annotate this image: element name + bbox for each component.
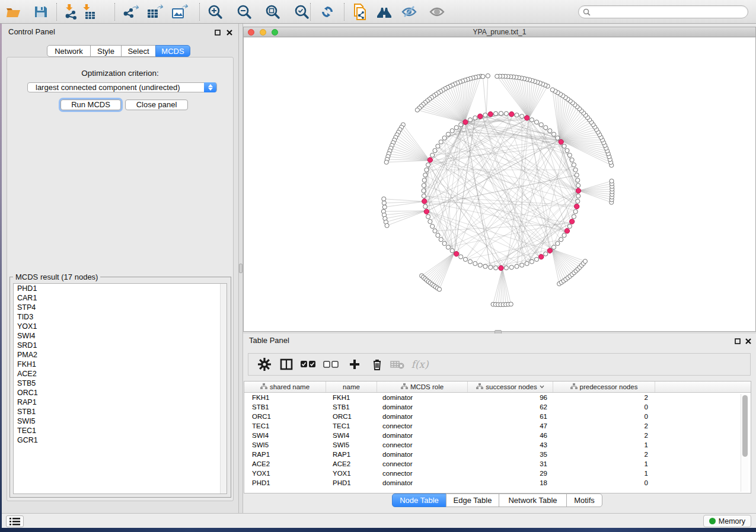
graph-node[interactable] [422,188,426,193]
graph-node-dominator[interactable] [478,114,483,118]
refresh-icon[interactable] [317,2,337,22]
column-header-MCDS-role[interactable]: MCDS role [377,382,468,392]
mcds-result-node[interactable]: PMA2 [14,350,227,360]
graph-node-dominator[interactable] [509,112,514,117]
mcds-result-node[interactable]: SRD1 [14,341,227,350]
graph-node[interactable] [529,118,534,122]
graph-node[interactable] [562,144,566,148]
graph-node-leaf[interactable] [382,205,387,209]
graph-node[interactable] [520,263,524,267]
graph-node-dominator[interactable] [539,254,544,259]
graph-node[interactable] [422,183,426,187]
tab-mcds[interactable]: MCDS [155,45,190,57]
column-header-successor-nodes[interactable]: successor nodes [468,382,553,392]
import-table-icon[interactable] [79,2,99,22]
graph-node[interactable] [446,245,450,249]
graph-node[interactable] [539,123,543,127]
graph-node[interactable] [544,252,548,256]
graph-node-leaf[interactable] [384,160,388,164]
mcds-result-list[interactable]: PHD1CAR1STP4TID3YOX1SWI4SRD1PMA2FKH1ACE2… [13,283,227,494]
graph-node[interactable] [504,111,508,116]
save-session-icon[interactable] [31,2,51,22]
table-scrollbar[interactable] [741,394,748,492]
graph-node[interactable] [567,224,572,228]
graph-node[interactable] [430,153,435,157]
graph-node[interactable] [494,266,498,270]
graph-node[interactable] [433,149,437,153]
graph-node-leaf[interactable] [385,223,389,227]
table-settings-gear-icon[interactable] [254,354,275,375]
graph-node-leaf[interactable] [495,74,499,78]
graph-node[interactable] [573,210,578,214]
mcds-result-node[interactable]: ORC1 [14,388,227,398]
graph-node[interactable] [573,168,578,172]
graph-node[interactable] [534,120,538,124]
criterion-select[interactable]: largest connected component (undirected) [27,82,217,92]
graph-node[interactable] [551,245,556,249]
graph-node-leaf[interactable] [382,201,386,205]
graph-node-leaf[interactable] [509,302,513,306]
graph-node[interactable] [439,238,443,242]
graph-node[interactable] [463,257,467,261]
close-panel-icon[interactable] [225,28,233,36]
table-row[interactable]: TEC1TEC1connector472 [244,421,751,431]
close-panel-icon[interactable] [744,337,752,345]
graph-node[interactable] [570,158,574,162]
graph-node[interactable] [428,219,432,223]
tab-edge-table[interactable]: Edge Table [446,493,499,507]
graph-node[interactable] [478,263,482,267]
graph-node-dominator[interactable] [547,248,552,253]
mcds-result-node[interactable]: ACE2 [14,369,227,379]
graph-node[interactable] [534,257,538,261]
graph-node[interactable] [483,264,487,268]
graph-node[interactable] [576,194,580,198]
graph-node[interactable] [548,129,552,133]
network-graph[interactable] [244,37,755,331]
graph-node[interactable] [426,163,430,167]
graph-node[interactable] [559,238,563,242]
search-field[interactable] [578,5,748,18]
function-builder-icon[interactable]: f(x) [410,354,430,375]
graph-node[interactable] [489,265,493,270]
graph-node-dominator[interactable] [428,158,432,162]
graph-node-dominator[interactable] [569,219,574,224]
graph-node-dominator[interactable] [559,139,563,144]
import-network-icon[interactable] [61,2,81,22]
mcds-result-node[interactable]: CAR1 [14,293,227,303]
memory-button[interactable]: Memory [703,515,751,527]
create-column-icon[interactable] [344,354,365,375]
scrollbar-thumb[interactable] [742,395,748,457]
graph-node[interactable] [509,265,513,270]
network-canvas[interactable] [244,37,755,331]
graph-node[interactable] [450,249,454,253]
graph-node-leaf[interactable] [610,179,614,183]
export-image-icon[interactable] [170,2,190,22]
graph-node-leaf[interactable] [481,75,485,79]
show-graphics-icon[interactable] [427,2,447,22]
graph-node[interactable] [499,111,503,116]
graph-node[interactable] [556,136,560,140]
splitter-handle[interactable] [239,264,243,273]
result-scrollbar[interactable] [220,284,227,493]
mcds-result-node[interactable]: GCR1 [14,435,227,445]
graph-node[interactable] [422,178,426,182]
float-window-icon[interactable] [733,337,741,345]
mcds-result-node[interactable]: STB5 [14,379,227,388]
graph-node[interactable] [423,204,428,209]
graph-node[interactable] [454,126,458,130]
graph-node-dominator[interactable] [422,199,427,204]
graph-node-dominator[interactable] [463,120,468,124]
open-file-icon[interactable] [4,2,24,22]
graph-node[interactable] [504,266,508,270]
graph-node[interactable] [473,261,477,265]
graph-node[interactable] [556,241,560,245]
graph-node-leaf[interactable] [437,287,441,291]
mcds-result-node[interactable]: SWI4 [14,331,227,341]
task-history-button[interactable] [6,515,24,527]
zoom-out-icon[interactable] [234,2,254,22]
graph-node-leaf[interactable] [583,259,587,263]
graph-node-leaf[interactable] [486,73,490,78]
column-header-name[interactable]: name [326,382,377,392]
graph-node[interactable] [567,153,572,157]
graph-node[interactable] [459,255,463,259]
